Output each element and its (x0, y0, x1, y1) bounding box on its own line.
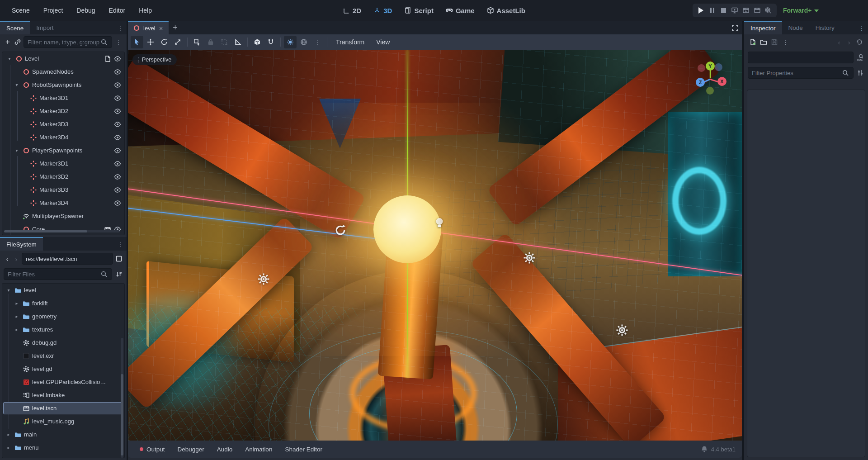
tab-filesystem[interactable]: FileSystem (0, 237, 43, 251)
tab-inspector[interactable]: Inspector (744, 21, 782, 34)
nav-back-icon[interactable]: ‹ (4, 255, 11, 263)
collapse-chevron-icon[interactable]: ▸ (5, 445, 12, 450)
scene-filter-input[interactable]: Filter: name, t:type, g:group (24, 36, 112, 48)
scene-tree-row[interactable]: ▾RobotSpawnpoints (2, 78, 124, 91)
collapse-chevron-icon[interactable]: ▸ (13, 314, 20, 319)
version-info[interactable]: 4.4.beta1 (700, 445, 736, 453)
collapse-chevron-icon[interactable]: ▾ (13, 148, 20, 153)
file-tree-row[interactable]: ▸geometry (2, 310, 124, 323)
transform-menu[interactable]: Transform (330, 36, 370, 48)
workspace-assetlib[interactable]: AssetLib (482, 4, 529, 17)
distraction-free-icon[interactable] (731, 24, 739, 32)
scene-tree-row[interactable]: ▾Level (2, 52, 124, 65)
scale-tool-button[interactable] (171, 36, 184, 48)
eye-icon[interactable] (113, 94, 122, 102)
eye-icon[interactable] (113, 55, 122, 63)
scene-tree-row[interactable]: MultiplayerSpawner (2, 209, 124, 223)
save-resource-icon[interactable] (770, 38, 778, 46)
property-tools-icon[interactable] (856, 69, 864, 77)
collapse-chevron-icon[interactable]: ▸ (5, 432, 12, 437)
viewport-3d[interactable]: ⋮ Perspective Y X Z (128, 50, 742, 441)
lock-button[interactable] (204, 36, 217, 48)
eye-icon[interactable] (113, 160, 122, 168)
scene-tree-row[interactable]: Marker3D2 (2, 170, 124, 183)
sun-environment-menu[interactable]: ⋮ (311, 36, 324, 48)
eye-icon[interactable] (113, 199, 122, 207)
scene-tree-row[interactable]: Marker3D4 (2, 131, 124, 144)
bottom-tab-shader-editor[interactable]: Shader Editor (279, 444, 328, 455)
sort-icon[interactable] (115, 270, 123, 278)
dock-menu-icon[interactable]: ⋮ (116, 24, 125, 32)
local-space-button[interactable] (251, 36, 264, 48)
instantiate-scene-button[interactable] (14, 38, 22, 46)
file-tree-row[interactable]: ▾level (2, 284, 124, 297)
view-menu[interactable]: View (371, 36, 395, 48)
load-resource-icon[interactable] (760, 38, 768, 46)
rotate-tool-button[interactable] (158, 36, 170, 48)
light-bulb-gizmo-icon[interactable] (433, 216, 446, 231)
axis-gizmo[interactable]: Y X Z (692, 62, 730, 97)
preview-sun-button[interactable] (284, 36, 297, 48)
rotate-gizmo-icon[interactable] (334, 223, 347, 238)
eye-icon[interactable] (113, 173, 122, 181)
eye-icon[interactable] (113, 147, 122, 155)
file-tree-row[interactable]: ▸forklift (2, 297, 124, 310)
snap-button[interactable] (264, 36, 277, 48)
file-tree-row[interactable]: ▸textures (2, 323, 124, 336)
file-tree-row[interactable]: debug.gd (2, 336, 124, 349)
renderer-selector[interactable]: Forward+ (783, 0, 819, 21)
eye-icon[interactable] (113, 120, 122, 128)
close-icon[interactable]: × (158, 24, 164, 32)
run-remote-button[interactable] (730, 5, 740, 15)
light-gizmo-icon[interactable] (257, 272, 270, 287)
stop-button[interactable] (718, 5, 728, 15)
vertical-scrollbar[interactable] (121, 338, 123, 458)
scene-tree-row[interactable]: Marker3D3 (2, 183, 124, 196)
scene-tree-row[interactable]: ▾PlayerSpawnpoints (2, 144, 124, 157)
file-tree-row[interactable]: level.tscn (2, 402, 124, 415)
file-tree-row[interactable]: ▸menu (2, 441, 124, 454)
tab-import[interactable]: Import (30, 21, 60, 34)
dock-menu-icon[interactable]: ⋮ (116, 241, 125, 248)
nav-forward-icon[interactable]: › (13, 255, 20, 263)
scene-tree-row[interactable]: Marker3D4 (2, 196, 124, 209)
light-gizmo-icon[interactable] (615, 323, 629, 338)
eye-icon[interactable] (113, 81, 122, 89)
bottom-tab-debugger[interactable]: Debugger (172, 444, 210, 455)
doc-search-icon[interactable]: DOC (856, 53, 864, 62)
preview-environment-button[interactable] (297, 36, 310, 48)
file-tree-row[interactable]: level.gd (2, 362, 124, 375)
file-tree-row[interactable]: level.lmbake (2, 389, 124, 402)
property-filter-input[interactable]: Filter Properties (748, 67, 854, 79)
menu-scene[interactable]: Scene (6, 5, 35, 16)
workspace-3d[interactable]: 3D (369, 4, 396, 17)
eye-icon[interactable] (113, 133, 122, 142)
eye-icon[interactable] (113, 68, 122, 76)
file-tree-row[interactable]: ▸main (2, 428, 124, 441)
menu-project[interactable]: Project (38, 5, 69, 16)
light-gizmo-icon[interactable] (523, 251, 536, 266)
dock-menu-icon[interactable]: ⋮ (857, 24, 866, 32)
scene-tree-row[interactable]: SpawnedNodes (2, 65, 124, 78)
tab-scene[interactable]: Scene (0, 21, 30, 34)
script-icon[interactable] (104, 55, 112, 63)
workspace-script[interactable]: Script (400, 4, 438, 17)
menu-editor[interactable]: Editor (104, 5, 131, 16)
run-custom-scene-button[interactable] (752, 5, 762, 15)
bottom-tab-output[interactable]: Output (134, 444, 170, 455)
menu-help[interactable]: Help (133, 5, 157, 16)
collapse-chevron-icon[interactable]: ▸ (13, 301, 20, 306)
horizontal-scrollbar[interactable] (4, 230, 120, 232)
file-tree-row[interactable]: level_music.ogg (2, 415, 124, 428)
scene-tab-level[interactable]: level × (128, 21, 169, 34)
path-field[interactable]: res://level/level.tscn (22, 253, 113, 265)
tab-history[interactable]: History (809, 21, 841, 34)
run-scene-button[interactable] (741, 5, 751, 15)
ruler-button[interactable] (231, 36, 244, 48)
collapse-chevron-icon[interactable]: ▾ (5, 288, 12, 293)
eye-icon[interactable] (113, 107, 122, 115)
history-forward-icon[interactable]: › (845, 38, 853, 46)
group-button[interactable] (218, 36, 231, 48)
workspace-2d[interactable]: 2D (338, 4, 365, 17)
pause-button[interactable] (707, 5, 717, 15)
